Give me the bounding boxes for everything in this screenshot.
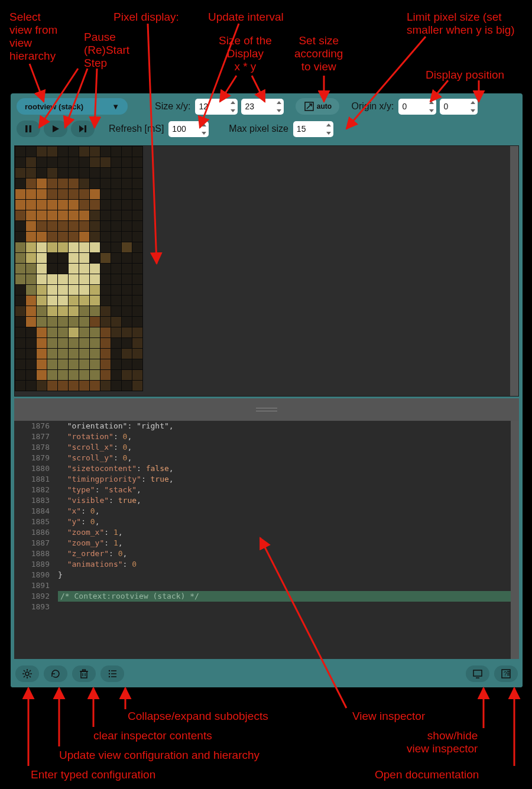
max-pixel-label: Max pixel size	[229, 124, 288, 134]
enter-config-button[interactable]	[15, 665, 39, 682]
max-pixel-input[interactable]: 15	[293, 121, 333, 137]
stepper-icon[interactable]	[326, 122, 332, 136]
origin-label: Origin x/y:	[351, 101, 394, 112]
monitor-icon	[472, 668, 483, 679]
size-label: Size x/y:	[155, 101, 190, 112]
view-selector-label: rootview (stack)	[25, 102, 83, 111]
main-panel: rootview (stack) ▼ Size x/y: 12 23 auto …	[11, 93, 523, 687]
play-button[interactable]	[44, 121, 67, 137]
svg-point-20	[109, 676, 110, 677]
pixel-grid-canvas	[15, 146, 143, 391]
origin-y-value: 0	[443, 102, 448, 111]
anno-show-hide-inspector: show/hide view inspector	[407, 729, 478, 755]
play-icon	[50, 124, 61, 134]
size-x-input[interactable]: 12	[195, 99, 238, 115]
svg-rect-3	[85, 125, 86, 132]
code-scrollbar[interactable]	[511, 421, 519, 659]
code-lines: "orientation": "right", "rotation": 0, "…	[58, 421, 511, 612]
chevron-down-icon: ▼	[112, 102, 119, 111]
anno-open-docs: Open documentation	[375, 768, 479, 781]
anno-pause-restart-step: Pause (Re)Start Step	[84, 31, 129, 70]
anno-view-inspector: View inspector	[352, 710, 425, 723]
pixel-display[interactable]	[14, 145, 519, 397]
resize-icon	[304, 101, 314, 112]
stepper-icon[interactable]	[201, 122, 207, 136]
stepper-icon[interactable]	[470, 100, 476, 113]
gear-icon	[22, 668, 33, 679]
svg-line-11	[24, 676, 25, 677]
stepper-icon[interactable]	[230, 100, 236, 113]
step-icon	[77, 124, 88, 134]
anno-set-size-to-view: Set size according to view	[294, 34, 343, 73]
origin-y-input[interactable]: 0	[440, 99, 478, 115]
code-inspector[interactable]: 1876187718781879188018811882188318841885…	[14, 421, 519, 659]
update-config-button[interactable]	[44, 665, 67, 682]
list-icon	[107, 668, 118, 679]
display-scrollbar[interactable]	[510, 146, 518, 396]
trash-icon	[79, 668, 89, 679]
svg-rect-1	[25, 125, 28, 132]
step-button[interactable]	[71, 121, 95, 137]
anno-select-view: Select view from view hierarchy	[9, 11, 57, 63]
svg-rect-2	[30, 125, 32, 132]
anno-enter-typed-config: Enter typed configuration	[31, 768, 155, 781]
refresh-icon	[50, 668, 61, 679]
svg-point-18	[109, 670, 110, 671]
stepper-icon[interactable]	[429, 100, 434, 113]
svg-rect-13	[81, 671, 87, 678]
svg-point-19	[109, 673, 110, 674]
refresh-label: Refresh [mS]	[109, 124, 164, 134]
anno-limit-pixel-size: Limit pixel size (set smaller when y is …	[407, 11, 515, 37]
clear-inspector-button[interactable]	[72, 665, 96, 682]
stepper-icon[interactable]	[276, 100, 282, 113]
collapse-expand-button[interactable]	[100, 665, 124, 682]
svg-line-9	[24, 670, 25, 671]
grip-icon	[256, 408, 277, 411]
pause-button[interactable]	[17, 121, 40, 137]
refresh-input[interactable]: 100	[168, 121, 209, 137]
size-y-input[interactable]: 23	[241, 99, 284, 115]
anno-update-interval: Update interval	[208, 11, 284, 24]
line-gutter: 1876187718781879188018811882188318841885…	[14, 421, 54, 659]
toggle-inspector-button[interactable]	[466, 665, 489, 682]
anno-size-of-display: Size of the Display x * y	[219, 34, 272, 73]
anno-collapse-expand: Collapse/expand subobjects	[128, 710, 268, 723]
bottom-toolbar: ?	[11, 660, 523, 687]
refresh-value: 100	[172, 124, 186, 134]
anno-clear-inspector: clear inspector contents	[93, 729, 212, 742]
svg-point-4	[25, 672, 29, 676]
open-docs-button[interactable]: ?	[494, 665, 518, 682]
svg-line-10	[30, 676, 31, 677]
anno-pixel-display: Pixel display:	[113, 11, 179, 24]
svg-rect-17	[83, 670, 86, 671]
toolbar-row-1: rootview (stack) ▼ Size x/y: 12 23 auto …	[11, 93, 523, 116]
anno-update-view-config: Update view configuration and hierarchy	[59, 749, 259, 762]
auto-label: auto	[317, 102, 332, 111]
size-x-value: 12	[199, 102, 208, 111]
view-selector[interactable]: rootview (stack) ▼	[17, 98, 128, 115]
origin-x-input[interactable]: 0	[398, 99, 436, 115]
pause-icon	[23, 124, 34, 134]
help-doc-icon: ?	[501, 668, 511, 679]
toolbar-row-2: Refresh [mS] 100 Max pixel size 15	[11, 116, 523, 138]
origin-x-value: 0	[402, 102, 407, 111]
max-pixel-value: 15	[297, 124, 306, 134]
anno-display-position: Display position	[426, 69, 504, 82]
size-y-value: 23	[245, 102, 254, 111]
auto-size-button[interactable]: auto	[296, 98, 339, 115]
svg-line-12	[30, 670, 31, 671]
svg-rect-24	[473, 670, 482, 676]
splitter-handle[interactable]	[14, 398, 519, 421]
svg-text:?: ?	[504, 671, 507, 677]
